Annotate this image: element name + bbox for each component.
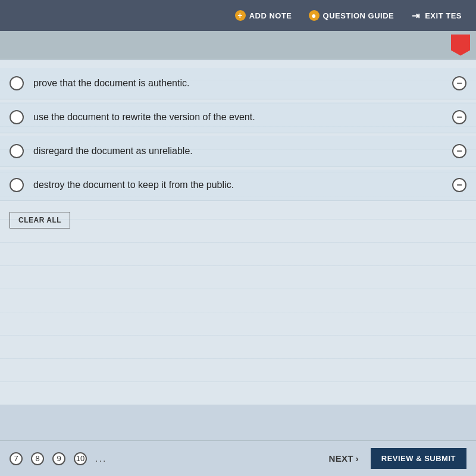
main-content: prove that the document is authentic. − … bbox=[0, 60, 476, 405]
page-7-circle[interactable]: 7 bbox=[10, 452, 23, 465]
flag-button[interactable] bbox=[451, 35, 470, 56]
page-9-label: 9 bbox=[57, 454, 61, 463]
exit-test-icon: ⇥ bbox=[411, 10, 421, 21]
page-9-circle[interactable]: 9 bbox=[52, 452, 65, 465]
page-10-label: 10 bbox=[76, 454, 84, 463]
radio-option-2[interactable] bbox=[10, 110, 24, 124]
clear-all-button[interactable]: CLEAR ALL bbox=[10, 212, 70, 228]
eliminate-option-2[interactable]: − bbox=[452, 110, 466, 124]
answer-text-1: prove that the document is authentic. bbox=[33, 77, 447, 90]
add-note-label: ADD NOTE bbox=[249, 11, 292, 20]
toolbar: + ADD NOTE ● QUESTION GUIDE ⇥ EXIT TES bbox=[0, 0, 476, 31]
question-guide-button[interactable]: ● QUESTION GUIDE bbox=[300, 5, 403, 26]
next-label: NEXT bbox=[329, 453, 353, 464]
page-10-circle[interactable]: 10 bbox=[74, 452, 87, 465]
page-7-label: 7 bbox=[14, 454, 18, 463]
answer-row: prove that the document is authentic. − bbox=[0, 68, 476, 99]
bottom-navigation: 7 8 9 10 ... NEXT › REVIEW & SUBMIT bbox=[0, 440, 476, 476]
question-guide-icon: ● bbox=[309, 10, 320, 21]
eliminate-option-4[interactable]: − bbox=[452, 178, 466, 192]
next-button[interactable]: NEXT › bbox=[329, 453, 359, 464]
add-note-button[interactable]: + ADD NOTE bbox=[227, 5, 300, 26]
clear-all-area: CLEAR ALL bbox=[0, 203, 476, 237]
answer-text-2: use the document to rewrite the version … bbox=[33, 111, 447, 124]
answer-row: destroy the document to keep it from the… bbox=[0, 170, 476, 201]
page-circles: 7 8 9 10 ... bbox=[10, 452, 329, 465]
answer-text-3: disregard the document as unreliable. bbox=[33, 145, 447, 158]
page-8-label: 8 bbox=[35, 454, 39, 463]
flag-area bbox=[0, 31, 476, 60]
review-submit-button[interactable]: REVIEW & SUBMIT bbox=[371, 448, 466, 469]
radio-option-4[interactable] bbox=[10, 178, 24, 192]
next-chevron-icon: › bbox=[356, 454, 359, 464]
add-note-icon: + bbox=[235, 10, 246, 21]
exit-test-label: EXIT TES bbox=[425, 11, 462, 20]
answer-text-4: destroy the document to keep it from the… bbox=[33, 178, 447, 192]
page-dots: ... bbox=[95, 453, 107, 464]
eliminate-option-1[interactable]: − bbox=[452, 76, 466, 90]
question-guide-label: QUESTION GUIDE bbox=[323, 11, 394, 20]
answer-row: use the document to rewrite the version … bbox=[0, 102, 476, 133]
radio-option-1[interactable] bbox=[10, 76, 24, 90]
eliminate-option-3[interactable]: − bbox=[452, 144, 466, 158]
exit-test-button[interactable]: ⇥ EXIT TES bbox=[402, 5, 470, 26]
page-8-circle[interactable]: 8 bbox=[31, 452, 44, 465]
radio-option-3[interactable] bbox=[10, 144, 24, 158]
answer-row: disregard the document as unreliable. − bbox=[0, 136, 476, 167]
